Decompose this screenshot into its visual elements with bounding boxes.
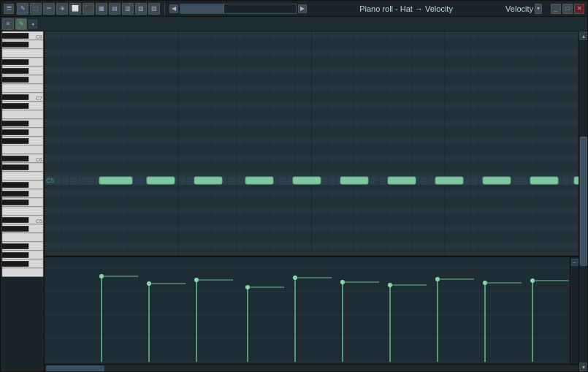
svg-rect-35 [2, 164, 28, 170]
velocity-canvas [45, 257, 570, 364]
separator [164, 3, 165, 15]
maximize-button[interactable]: □ [562, 4, 573, 14]
svg-text:C5: C5 [36, 219, 42, 224]
scroll-down-btn[interactable]: ▼ [579, 362, 587, 371]
scroll-thumb[interactable] [580, 137, 587, 265]
scroll-right-btn[interactable]: ▶ [298, 4, 307, 13]
close-button[interactable]: ✕ [574, 4, 584, 14]
title-bar: ☰ ✎ ⬚ ✂ ⊕ ⬜ ⬛ ▦ ▤ ▥ ▧ ▨ ◀ ▶ Piano roll -… [1, 1, 587, 17]
minimize-button[interactable]: _ [551, 4, 561, 14]
svg-text:C7: C7 [36, 96, 42, 101]
svg-rect-51 [2, 261, 28, 266]
svg-rect-16 [2, 110, 43, 119]
svg-rect-22 [2, 103, 28, 108]
tool-4[interactable]: ▤ [109, 3, 121, 15]
sub-tool-3[interactable]: ◂ [28, 20, 37, 29]
svg-rect-42 [2, 233, 43, 242]
svg-rect-25 [2, 138, 28, 143]
piano-roll-grid[interactable] [45, 31, 579, 256]
svg-rect-24 [2, 129, 28, 134]
tool-select[interactable]: ⬚ [30, 3, 42, 15]
svg-rect-20 [2, 145, 43, 154]
scroll-track[interactable] [579, 40, 587, 362]
svg-rect-38 [2, 200, 28, 205]
timeline-scroll[interactable] [180, 4, 297, 14]
svg-rect-50 [2, 252, 28, 257]
grid-velocity-container: Velocity ─ [45, 31, 579, 371]
svg-rect-23 [2, 121, 28, 126]
svg-rect-12 [2, 77, 28, 82]
tool-cut[interactable]: ✂ [43, 3, 55, 15]
svg-rect-48 [2, 226, 28, 231]
tool-1[interactable]: ⬜ [69, 3, 81, 15]
svg-rect-33 [2, 207, 43, 216]
velocity-side-panel: ─ [570, 257, 579, 364]
sub-toolbar: ≡ ✎ ◂ [1, 17, 587, 31]
svg-rect-49 [2, 243, 28, 248]
svg-text:C8: C8 [36, 34, 42, 39]
svg-rect-47 [2, 217, 28, 222]
svg-rect-21 [2, 94, 28, 99]
svg-rect-7 [2, 84, 43, 93]
svg-rect-46 [2, 268, 43, 277]
title-text: Piano roll - Hat → Velocity [359, 4, 453, 13]
svg-rect-37 [2, 191, 28, 196]
tool-zoom[interactable]: ⊕ [56, 3, 68, 15]
horizontal-scrollbar[interactable] [45, 364, 579, 371]
velocity-dropdown-arrow[interactable]: ▾ [535, 4, 542, 14]
window-controls: _ □ ✕ [551, 4, 584, 14]
tool-7[interactable]: ▨ [148, 3, 160, 15]
tool-2[interactable]: ⬛ [83, 3, 94, 15]
sub-tool-1[interactable]: ≡ [2, 18, 14, 30]
svg-text:C6: C6 [36, 157, 42, 162]
svg-rect-3 [2, 49, 43, 58]
grid-canvas [45, 31, 579, 256]
scroll-left-btn[interactable]: ◀ [169, 4, 178, 13]
main-area: C8C7C6C5 Velocity ─ [1, 31, 587, 371]
velocity-panel[interactable]: Velocity ─ [45, 256, 579, 364]
svg-rect-11 [2, 68, 28, 73]
piano-keyboard[interactable]: C8C7C6C5 [1, 31, 45, 371]
velocity-dropdown-label: Velocity [505, 4, 533, 13]
tool-6[interactable]: ▧ [135, 3, 147, 15]
vertical-scrollbar[interactable]: ▲ ▼ [579, 31, 587, 371]
tool-5[interactable]: ▥ [122, 3, 134, 15]
svg-rect-29 [2, 172, 43, 181]
velocity-expand-btn[interactable]: ─ [571, 259, 579, 266]
title-bar-icons: ☰ [4, 4, 14, 14]
sub-tool-2[interactable]: ✎ [15, 18, 27, 30]
piano-keys-svg: C8C7C6C5 [1, 31, 45, 277]
svg-rect-34 [2, 156, 28, 161]
menu-icon[interactable]: ☰ [4, 4, 14, 14]
main-window: ☰ ✎ ⬚ ✂ ⊕ ⬜ ⬛ ▦ ▤ ▥ ▧ ▨ ◀ ▶ Piano roll -… [0, 0, 588, 372]
scroll-up-btn[interactable]: ▲ [579, 31, 587, 40]
svg-rect-9 [2, 42, 28, 47]
svg-rect-8 [2, 33, 28, 38]
svg-rect-36 [2, 182, 28, 187]
tool-3[interactable]: ▦ [96, 3, 107, 15]
svg-rect-10 [2, 59, 28, 64]
tool-pencil[interactable]: ✎ [17, 3, 28, 15]
